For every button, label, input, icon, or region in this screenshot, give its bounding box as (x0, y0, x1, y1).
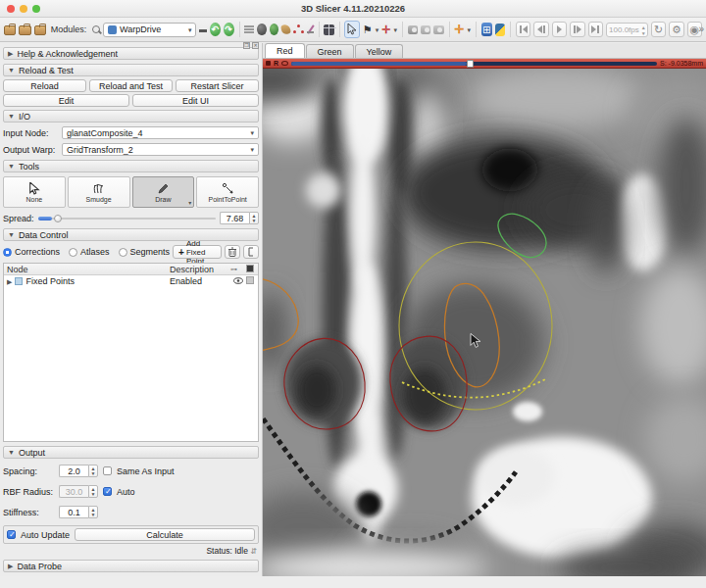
output-warp-label: Output Warp: (3, 145, 58, 155)
spacing-spinbox[interactable]: 2.0 ▲▼ (59, 465, 98, 477)
table-row[interactable]: ▶ Fixed Points Enabled (4, 275, 258, 287)
color-column-header[interactable] (246, 265, 258, 274)
main-toolbar: Modules: WarpDrive ▾ ↶ ↷ ⚑▾ ✛▾ ✛▾ ⊞ (0, 18, 706, 42)
add-data-icon[interactable] (34, 25, 46, 35)
tool-smudge-button[interactable]: Smudge (68, 176, 130, 208)
visibility-column-header[interactable]: ⊶ (230, 266, 246, 273)
section-reload-test[interactable]: ▼ Reload & Test (3, 64, 259, 76)
undock-panel-icon[interactable]: ❐ (243, 42, 250, 49)
models-module-icon[interactable] (280, 24, 291, 35)
seq-prev-button[interactable] (533, 22, 548, 37)
auto-update-checkbox[interactable] (7, 530, 16, 539)
python-console-icon[interactable] (495, 24, 505, 36)
section-tools[interactable]: ▼ Tools (3, 160, 259, 172)
module-history-icon[interactable] (199, 29, 206, 32)
section-output[interactable]: ▼ Output (3, 446, 259, 459)
section-data-probe[interactable]: ▶ Data Probe (3, 560, 259, 572)
markups-module-icon[interactable] (293, 24, 302, 35)
add-fixed-point-button[interactable]: + Add Fixed Point (173, 245, 222, 259)
edit-button[interactable]: Edit (3, 94, 129, 107)
modules-combobox[interactable]: WarpDrive ▾ (103, 23, 196, 37)
seq-settings-button[interactable]: ⚙ (669, 22, 683, 37)
seq-first-button[interactable] (516, 22, 530, 37)
slice-offset-value: S: -9.0358mm (660, 60, 703, 67)
spinner-arrows-icon[interactable]: ▲▼ (88, 506, 98, 518)
tab-red[interactable]: Red (265, 43, 305, 58)
chevron-down-icon[interactable]: ▾ (467, 26, 471, 33)
spinner-arrows-icon[interactable]: ▲▼ (88, 485, 98, 498)
close-panel-icon[interactable]: ✕ (252, 42, 259, 49)
auto-rbf-checkbox[interactable] (103, 487, 112, 496)
delete-button[interactable] (225, 245, 240, 259)
screenshot-icon[interactable] (408, 25, 418, 34)
tool-draw-dropdown-icon[interactable]: ▾ (188, 199, 191, 206)
visibility-eye-icon[interactable] (230, 276, 246, 286)
favorites-add-icon[interactable]: ✛ (454, 24, 464, 35)
spread-slider[interactable] (38, 212, 216, 224)
volumes-module-icon[interactable] (270, 24, 278, 35)
pin-icon[interactable] (266, 61, 271, 66)
section-data-control[interactable]: ▼ Data Control (3, 228, 259, 241)
mouse-mode-cursor-icon[interactable] (344, 21, 359, 38)
tool-none-button[interactable]: None (3, 176, 66, 208)
seq-play-button[interactable] (552, 22, 567, 37)
seq-next-button[interactable] (570, 22, 584, 37)
reload-button[interactable]: Reload (3, 79, 86, 92)
extensions-manager-icon[interactable]: ⊞ (481, 23, 492, 36)
crosshair-icon[interactable]: ✛ (381, 24, 390, 35)
module-search-icon[interactable] (91, 24, 100, 35)
data-module-icon[interactable] (257, 24, 266, 35)
tool-point-to-point-button[interactable]: PointToPoint (196, 176, 259, 208)
fps-spinbox[interactable]: 100.0fps▲▼ (606, 23, 648, 37)
slider-handle[interactable] (467, 60, 474, 68)
section-help[interactable]: ▶ Help & Acknowledgement (3, 47, 259, 60)
slice-view-label[interactable]: R (274, 60, 278, 67)
output-warp-combobox[interactable]: GridTransform_2 ▾ (62, 143, 259, 156)
seq-loop-button[interactable]: ↻ (651, 22, 666, 37)
restart-slicer-button[interactable]: Restart Slicer (176, 79, 259, 92)
seq-last-button[interactable] (588, 22, 603, 37)
tab-yellow[interactable]: Yellow (355, 44, 404, 58)
toolbar-overflow-chevron[interactable]: » (698, 24, 704, 34)
annotations-module-icon[interactable] (306, 24, 314, 34)
stiffness-spinbox[interactable]: 0.1 ▲▼ (59, 506, 98, 518)
module-next-icon[interactable]: ↷ (224, 23, 234, 36)
input-node-combobox[interactable]: glanatComposite_4 ▾ (62, 126, 259, 139)
rbf-radius-spinbox[interactable]: 30.0 ▲▼ (59, 485, 98, 498)
calculate-button[interactable]: Calculate (75, 528, 255, 541)
scene-view-save-icon[interactable] (421, 25, 430, 34)
edit-ui-button[interactable]: Edit UI (132, 94, 259, 107)
same-as-input-checkbox[interactable] (103, 466, 112, 475)
spinner-arrows-icon[interactable]: ▲▼ (88, 465, 98, 477)
save-icon[interactable] (4, 25, 16, 35)
reload-and-test-button[interactable]: Reload and Test (89, 79, 173, 92)
segments-radio[interactable] (119, 248, 127, 257)
description-column-header[interactable]: Description (170, 265, 230, 274)
atlases-radio[interactable] (69, 248, 77, 257)
input-node-value: glanatComposite_4 (67, 128, 143, 138)
expand-row-icon[interactable]: ▶ (7, 278, 12, 285)
spread-spinbox[interactable]: 7.68 ▲▼ (220, 212, 259, 224)
corrections-table[interactable]: Node Description ⊶ ▶ Fixed Points Enable… (3, 263, 259, 442)
tool-draw-button[interactable]: Draw ▾ (132, 176, 195, 208)
chevron-down-icon[interactable]: ▾ (376, 26, 379, 33)
layout-icon[interactable] (324, 24, 333, 35)
module-back-icon[interactable]: ↶ (210, 23, 221, 36)
spinner-arrows-icon[interactable]: ▲▼ (641, 24, 646, 36)
row-color-swatch[interactable] (246, 276, 258, 286)
spinner-arrows-icon[interactable]: ▲▼ (249, 212, 259, 224)
load-data-icon[interactable] (19, 25, 30, 35)
edit-selection-button[interactable] (243, 245, 259, 259)
section-io[interactable]: ▼ I/O (3, 110, 259, 122)
slice-visibility-eye-icon[interactable] (281, 61, 288, 66)
slider-handle[interactable] (54, 215, 62, 222)
slice-offset-slider[interactable] (291, 62, 657, 66)
red-slice-image[interactable] (263, 69, 706, 576)
chevron-down-icon[interactable]: ▾ (393, 26, 397, 33)
node-column-header[interactable]: Node (4, 265, 170, 274)
scene-view-restore-icon[interactable] (433, 25, 443, 34)
tab-green[interactable]: Green (306, 44, 354, 58)
place-flag-icon[interactable]: ⚑ (363, 24, 373, 35)
subject-hierarchy-icon[interactable] (244, 25, 254, 33)
corrections-radio[interactable] (3, 248, 12, 257)
